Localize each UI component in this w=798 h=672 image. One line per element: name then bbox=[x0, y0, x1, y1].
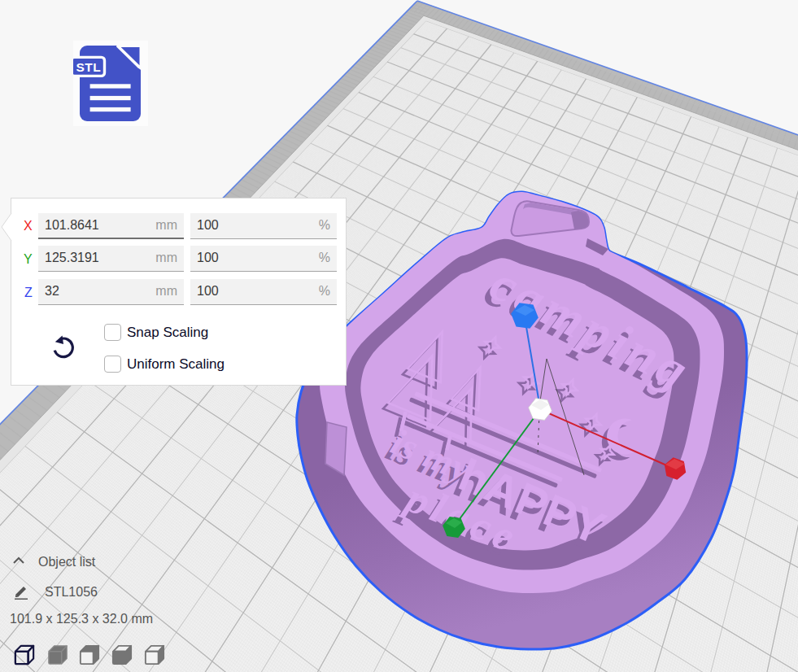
svg-text:STL: STL bbox=[76, 60, 102, 74]
